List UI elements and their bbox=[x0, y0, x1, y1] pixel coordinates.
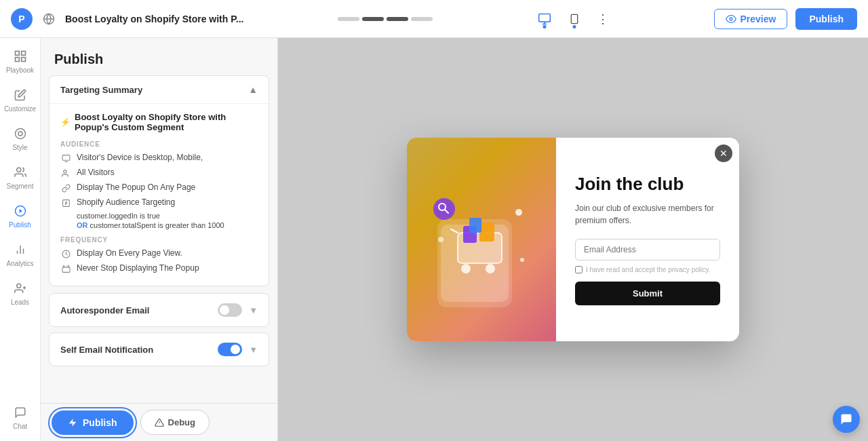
page-title: Boost Loyalty on Shopify Store with P... bbox=[65, 14, 330, 24]
publish-icon bbox=[13, 204, 28, 218]
sidebar-item-publish[interactable]: Publish bbox=[3, 198, 38, 234]
svg-marker-28 bbox=[69, 419, 77, 427]
campaign-name: Boost Loyalty on Shopify Store with Popu… bbox=[60, 112, 258, 132]
style-icon bbox=[13, 126, 28, 141]
autoresponder-toggle[interactable] bbox=[218, 303, 242, 317]
svg-point-13 bbox=[16, 168, 20, 172]
publish-bottom-button[interactable]: Publish bbox=[52, 410, 134, 435]
analytics-icon bbox=[13, 242, 28, 257]
frequency-item-1: Never Stop Displaying The Popup bbox=[60, 263, 258, 274]
panel-content: Targeting Summary ▲ Boost Loyalty on Sho… bbox=[41, 75, 277, 403]
sidebar-item-playbook[interactable]: Playbook bbox=[3, 43, 38, 79]
left-panel: Publish Targeting Summary ▲ Boost Loyalt… bbox=[41, 38, 278, 441]
self-email-label: Self Email Notification bbox=[60, 345, 153, 355]
popup-title: Join the club bbox=[575, 174, 720, 195]
globe-icon bbox=[41, 11, 57, 27]
audience-label: AUDIENCE bbox=[60, 140, 258, 148]
popup-modal: ✕ bbox=[407, 138, 739, 341]
frequency-item-text-0: Display On Every Page View. bbox=[77, 248, 258, 259]
popup-overlay: ✕ bbox=[278, 38, 868, 441]
autoresponder-chevron: ▼ bbox=[249, 305, 258, 315]
mobile-view-button[interactable] bbox=[562, 7, 587, 31]
audience-item-1: All Visitors bbox=[60, 167, 258, 178]
chat-widget-button[interactable] bbox=[833, 406, 860, 433]
shopify-icon bbox=[60, 197, 71, 208]
targeting-summary-title: Targeting Summary bbox=[60, 85, 142, 95]
svg-point-11 bbox=[15, 129, 25, 139]
display-icon bbox=[60, 263, 71, 274]
audience-item-text-0: Visitor's Device is Desktop, Mobile, bbox=[77, 152, 258, 164]
preview-button[interactable]: Preview bbox=[714, 9, 788, 29]
svg-point-6 bbox=[730, 18, 732, 20]
svg-rect-27 bbox=[62, 267, 70, 272]
leads-icon bbox=[13, 281, 28, 296]
segment-icon bbox=[13, 165, 28, 180]
customize-icon bbox=[13, 88, 28, 102]
svg-rect-7 bbox=[15, 52, 19, 56]
svg-point-24 bbox=[63, 170, 66, 172]
popup-email-input[interactable] bbox=[575, 239, 720, 261]
bottom-bar: Publish Debug bbox=[41, 403, 277, 441]
privacy-checkbox[interactable] bbox=[575, 266, 583, 273]
sidebar-item-leads[interactable]: Leads bbox=[3, 275, 38, 311]
self-email-toggle[interactable] bbox=[218, 343, 242, 356]
preview-area: ✕ bbox=[278, 38, 868, 441]
topbar: P Boost Loyalty on Shopify Store with P.… bbox=[0, 0, 868, 38]
sidebar-label-style: Style bbox=[12, 144, 27, 151]
sidebar-item-analytics[interactable]: Analytics bbox=[3, 237, 38, 273]
audience-item-text-2: Display The Popup On Any Page bbox=[77, 182, 258, 193]
sidebar-label-leads: Leads bbox=[11, 299, 29, 306]
app-logo: P bbox=[11, 8, 33, 30]
svg-point-12 bbox=[18, 132, 22, 136]
svg-point-34 bbox=[461, 264, 471, 273]
progress-bar bbox=[338, 17, 433, 21]
svg-marker-15 bbox=[19, 209, 22, 213]
sidebar-item-segment[interactable]: Segment bbox=[3, 159, 38, 195]
svg-point-35 bbox=[486, 264, 495, 273]
more-options-button[interactable]: ⋮ bbox=[592, 8, 614, 30]
targeting-summary-card: Targeting Summary ▲ Boost Loyalty on Sho… bbox=[49, 75, 269, 286]
svg-point-19 bbox=[16, 284, 20, 288]
popup-subtitle: Join our club of exclusive members for p… bbox=[575, 202, 720, 227]
autoresponder-email-row[interactable]: Autoresponder Email ▼ bbox=[49, 293, 269, 327]
svg-point-41 bbox=[520, 258, 524, 262]
audience-item-0: Visitor's Device is Desktop, Mobile, bbox=[60, 152, 258, 164]
cart-svg bbox=[420, 165, 542, 314]
chevron-up-icon: ▲ bbox=[248, 84, 258, 95]
publish-top-button[interactable]: Publish bbox=[795, 8, 857, 30]
svg-point-39 bbox=[515, 209, 522, 216]
targeting-summary-body: Boost Loyalty on Shopify Store with Popu… bbox=[50, 104, 269, 286]
svg-rect-9 bbox=[15, 58, 19, 62]
popup-illustration bbox=[407, 138, 556, 341]
sidebar-item-customize[interactable]: Customize bbox=[3, 82, 38, 118]
debug-button[interactable]: Debug bbox=[140, 410, 210, 435]
main-layout: Playbook Customize Style Segment Publish bbox=[0, 38, 868, 441]
audience-item-3: Shopify Audience Targeting bbox=[60, 197, 258, 208]
sidebar-label-customize: Customize bbox=[4, 105, 36, 113]
self-email-chevron: ▼ bbox=[249, 345, 258, 355]
audience-item-2: Display The Popup On Any Page bbox=[60, 182, 258, 193]
self-email-right: ▼ bbox=[218, 343, 258, 356]
sidebar-item-chat[interactable]: Chat bbox=[3, 400, 38, 436]
panel-header: Publish bbox=[41, 38, 277, 75]
svg-rect-22 bbox=[62, 155, 70, 160]
popup-submit-button[interactable]: Submit bbox=[575, 282, 720, 305]
sidebar-label-playbook: Playbook bbox=[6, 66, 34, 74]
playbook-icon bbox=[13, 49, 28, 64]
sidebar-label-analytics: Analytics bbox=[6, 260, 33, 267]
targeting-summary-header[interactable]: Targeting Summary ▲ bbox=[50, 76, 269, 104]
autoresponder-label: Autoresponder Email bbox=[60, 305, 149, 315]
sidebar-item-style[interactable]: Style bbox=[3, 121, 38, 157]
chat-icon bbox=[13, 405, 28, 420]
segment-rule-1: customer.loggedIn is true bbox=[60, 212, 258, 220]
clock-icon bbox=[60, 248, 71, 259]
sidebar-label-publish: Publish bbox=[9, 221, 31, 229]
popup-close-button[interactable]: ✕ bbox=[715, 145, 732, 162]
audience-item-text-1: All Visitors bbox=[77, 167, 258, 178]
desktop-view-button[interactable] bbox=[532, 7, 557, 31]
svg-point-40 bbox=[438, 237, 443, 242]
frequency-label: FREQUENCY bbox=[60, 236, 258, 244]
self-email-row[interactable]: Self Email Notification ▼ bbox=[49, 332, 269, 366]
svg-rect-8 bbox=[21, 52, 25, 56]
sidebar-label-segment: Segment bbox=[6, 183, 33, 190]
